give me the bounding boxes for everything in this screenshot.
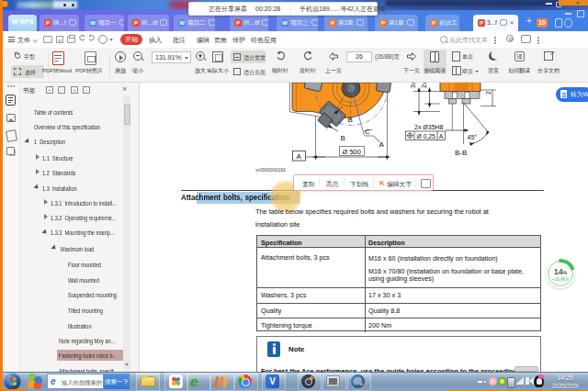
svg-text:C: C xyxy=(365,128,370,136)
svg-text:2: 2 xyxy=(485,91,492,95)
svg-text:B-B: B-B xyxy=(455,149,467,157)
svg-text:3x: 3x xyxy=(410,83,416,88)
svg-text:Ø 500: Ø 500 xyxy=(343,148,361,156)
svg-text:A: A xyxy=(379,140,385,149)
svg-text:xx0900000193: xx0900000193 xyxy=(255,167,286,173)
svg-text:2x: 2x xyxy=(421,83,427,88)
svg-text:A: A xyxy=(297,152,302,161)
svg-text:B: B xyxy=(348,116,353,124)
svg-text:45°: 45° xyxy=(468,134,478,140)
svg-text:Ø 0,25: Ø 0,25 xyxy=(417,133,436,140)
svg-text:2x Ø35H8: 2x Ø35H8 xyxy=(414,124,444,130)
svg-text:B: B xyxy=(341,134,345,142)
svg-text:A: A xyxy=(439,133,444,140)
